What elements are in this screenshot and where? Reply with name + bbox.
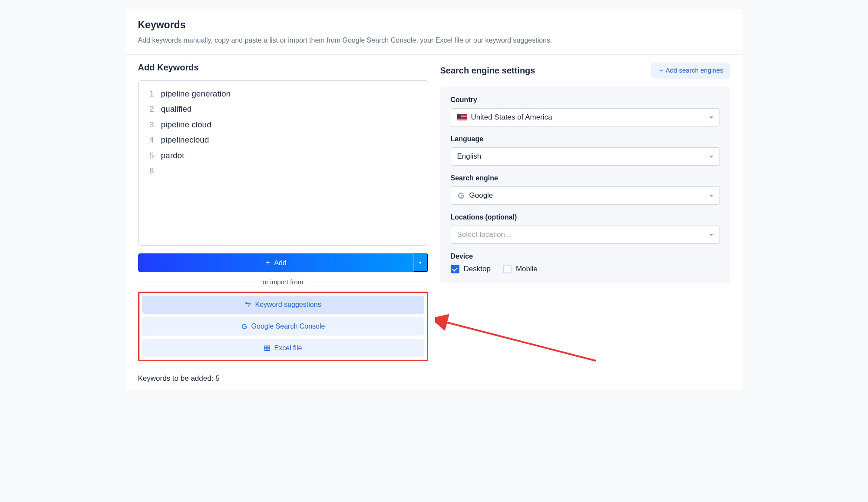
- keyword-text: pipeline generation: [161, 87, 421, 100]
- engine-label: Search engine: [451, 174, 720, 182]
- language-select[interactable]: English: [451, 147, 720, 166]
- excel-label: Excel file: [274, 344, 302, 352]
- keyword-text: pipeline cloud: [161, 118, 421, 131]
- add-keywords-title: Add Keywords: [138, 63, 199, 73]
- locations-select[interactable]: Select location...: [451, 226, 720, 244]
- keyword-suggestions-button[interactable]: Keyword suggestions: [142, 296, 424, 314]
- page-subtitle: Add keywords manually, copy and paste a …: [138, 35, 730, 46]
- excel-icon: [264, 345, 271, 352]
- country-value: United States of America: [471, 113, 552, 122]
- country-label: Country: [451, 96, 720, 104]
- keyword-text: pardot: [161, 149, 421, 162]
- us-flag-icon: [457, 114, 467, 120]
- add-search-engines-button[interactable]: ＋ Add search engines: [651, 63, 730, 79]
- chevron-down-icon: [709, 116, 713, 119]
- keywords-count: Keywords to be added: 5: [126, 369, 743, 390]
- checkbox-unchecked-icon: [503, 265, 512, 273]
- keyword-text: qualified: [161, 103, 421, 115]
- suggestions-icon: [244, 301, 251, 308]
- keyword-line[interactable]: 6: [139, 163, 428, 178]
- locations-label: Locations (optional): [451, 213, 720, 221]
- chevron-down-icon: [709, 195, 713, 197]
- keyword-line[interactable]: 1pipeline generation: [139, 86, 428, 101]
- keyword-line[interactable]: 3pipeline cloud: [139, 117, 428, 132]
- locations-field: Locations (optional) Select location...: [451, 213, 720, 244]
- search-engine-settings-column: Search engine settings ＋ Add search engi…: [440, 63, 730, 361]
- language-label: Language: [451, 135, 720, 143]
- excel-file-button[interactable]: Excel file: [142, 339, 424, 357]
- checkbox-checked-icon: [451, 265, 459, 273]
- line-number: 3: [145, 118, 161, 131]
- keyword-line[interactable]: 2qualified: [139, 101, 428, 116]
- settings-panel: Country United States of America Languag…: [440, 86, 730, 283]
- keywords-page: Keywords Add keywords manually, copy and…: [126, 9, 743, 390]
- device-options: Desktop Mobile: [451, 265, 720, 273]
- plus-icon: ＋: [264, 258, 271, 267]
- import-divider: or import from: [138, 278, 428, 286]
- plus-icon: ＋: [658, 66, 664, 74]
- line-number: 5: [145, 149, 161, 162]
- add-button-label: Add: [274, 259, 286, 267]
- import-options-highlight-box: Keyword suggestions Google Search Consol…: [138, 292, 428, 361]
- settings-title: Search engine settings: [440, 66, 535, 76]
- svg-point-0: [246, 303, 247, 304]
- add-engines-label: Add search engines: [666, 66, 723, 74]
- add-button[interactable]: ＋ Add: [138, 253, 413, 272]
- add-button-dropdown[interactable]: ▾: [413, 253, 428, 272]
- desktop-checkbox[interactable]: Desktop: [451, 265, 491, 273]
- count-prefix: Keywords to be added:: [138, 374, 216, 382]
- language-value: English: [457, 152, 482, 161]
- google-icon: [457, 192, 465, 199]
- chevron-down-icon: [709, 234, 713, 236]
- left-title-row: Add Keywords: [138, 63, 428, 73]
- keyword-text: pipelinecloud: [161, 133, 421, 146]
- locations-placeholder: Select location...: [457, 230, 512, 239]
- count-value: 5: [215, 374, 219, 382]
- gsc-label: Google Search Console: [251, 322, 325, 330]
- divider-text: or import from: [257, 278, 309, 286]
- page-title: Keywords: [138, 19, 730, 31]
- svg-rect-3: [264, 346, 270, 351]
- google-icon: [241, 323, 248, 330]
- chevron-down-icon: ▾: [419, 260, 422, 266]
- mobile-label: Mobile: [516, 265, 538, 273]
- line-number: 4: [145, 133, 161, 146]
- country-select[interactable]: United States of America: [451, 108, 720, 126]
- add-button-row: ＋ Add ▾: [138, 253, 428, 272]
- page-header: Keywords Add keywords manually, copy and…: [126, 9, 743, 55]
- chevron-down-icon: [709, 156, 713, 158]
- mobile-checkbox[interactable]: Mobile: [503, 265, 538, 273]
- right-title-row: Search engine settings ＋ Add search engi…: [440, 63, 730, 79]
- keyword-editor[interactable]: 1pipeline generation2qualified3pipeline …: [138, 80, 428, 246]
- device-field: Device Desktop Mobile: [451, 253, 720, 273]
- engine-field: Search engine Google: [451, 174, 720, 205]
- device-label: Device: [451, 253, 720, 260]
- engine-select[interactable]: Google: [451, 186, 720, 205]
- keyword-line[interactable]: 5pardot: [139, 148, 428, 163]
- language-field: Language English: [451, 135, 720, 166]
- line-number: 6: [145, 164, 161, 177]
- main-content: Add Keywords 1pipeline generation2qualif…: [126, 55, 743, 369]
- svg-point-2: [248, 306, 249, 307]
- keyword-suggestions-label: Keyword suggestions: [255, 301, 321, 309]
- desktop-label: Desktop: [464, 265, 491, 273]
- line-number: 2: [145, 103, 161, 115]
- keyword-line[interactable]: 4pipelinecloud: [139, 132, 428, 147]
- svg-point-1: [249, 303, 251, 304]
- country-field: Country United States of America: [451, 96, 720, 126]
- google-search-console-button[interactable]: Google Search Console: [142, 317, 424, 336]
- add-keywords-column: Add Keywords 1pipeline generation2qualif…: [138, 63, 428, 361]
- line-number: 1: [145, 87, 161, 100]
- engine-value: Google: [469, 191, 493, 200]
